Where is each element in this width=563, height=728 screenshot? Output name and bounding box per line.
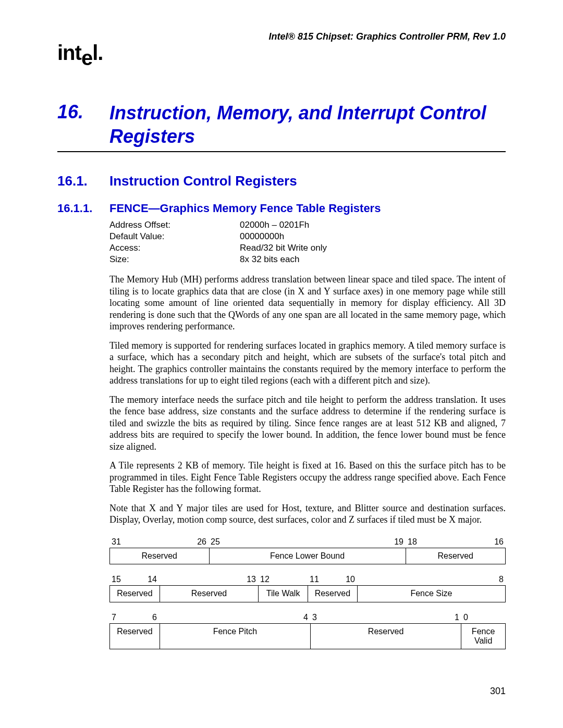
paragraph: The Memory Hub (MH) performs address tra… [109,274,506,332]
bitfield-cell: Reserved [110,548,209,564]
chapter-divider [57,151,506,152]
intel-logo: intel. [57,41,506,65]
bit-range: 2519 [209,536,406,548]
address-offset-value: 02000h – 0201Fh [240,219,309,231]
bit-range: 31 [310,612,461,623]
bit-range: 0 [461,612,506,623]
bitfield-fields-row: ReservedReservedTile WalkReservedFence S… [109,585,506,602]
bit-range: 1110 [308,574,357,585]
register-definition: Address Offset:02000h – 0201Fh Default V… [109,219,506,265]
address-offset-label: Address Offset: [109,219,240,231]
bitfield-cell: Fence Lower Bound [209,548,406,564]
bit-range: 76 [109,612,159,623]
size-value: 8x 32 bits each [240,254,299,265]
access-label: Access: [109,242,240,254]
bitfield-cell: Fence Valid [461,624,505,649]
access-value: Read/32 bit Write only [240,242,327,254]
bitfield-cell: Reserved [110,586,160,601]
paragraph: Tiled memory is supported for rendering … [109,340,506,387]
bitfield-diagram: 312625191816 ReservedFence Lower BoundRe… [109,536,506,650]
paragraph: Note that X and Y major tiles are used f… [109,502,506,526]
section-number: 16.1. [57,173,109,189]
size-label: Size: [109,254,240,265]
section-heading: 16.1. Instruction Control Registers [57,173,506,189]
paragraph: The memory interface needs the surface p… [109,394,506,453]
bitfield-cell: Reserved [308,586,357,601]
chapter-heading: 16. Instruction, Memory, and Interrupt C… [57,101,506,148]
header-doc-title: Intel® 815 Chipset: Graphics Controller … [57,31,506,42]
bitfield-cell: Reserved [310,624,461,649]
subsection-number: 16.1.1. [57,202,109,215]
bitfield-cell: Fence Size [357,586,505,601]
bitfield-bits-row: 1514131211108 [109,574,506,585]
bitfield-cell: Reserved [160,586,259,601]
bitfield-bits-row: 764310 [109,612,506,623]
bit-range: 4 [159,612,310,623]
default-value-label: Default Value: [109,231,240,242]
chapter-title: Instruction, Memory, and Interrupt Contr… [109,101,506,148]
chapter-number: 16. [57,101,109,123]
bit-range: 12 [258,574,308,585]
default-value-value: 00000000h [240,231,284,242]
bitfield-cell: Tile Walk [258,586,308,601]
bitfield-cell: Fence Pitch [160,624,310,649]
bitfield-bits-row: 312625191816 [109,536,506,548]
bit-range: 1514 [109,574,159,585]
subsection-heading: 16.1.1. FENCE—Graphics Memory Fence Tabl… [57,202,506,215]
page-number: 301 [490,686,506,697]
bitfield-fields-row: ReservedFence Lower BoundReserved [109,548,506,564]
bitfield-cell: Reserved [406,548,506,564]
subsection-title: FENCE—Graphics Memory Fence Table Regist… [109,202,381,215]
bitfield-cell: Reserved [110,624,160,649]
section-title: Instruction Control Registers [109,173,297,189]
bit-range: 13 [159,574,258,585]
bit-range: 8 [357,574,506,585]
bitfield-fields-row: ReservedFence PitchReservedFence Valid [109,623,506,650]
bit-range: 1816 [406,536,506,548]
bit-range: 3126 [109,536,209,548]
paragraph: A Tile represents 2 KB of memory. Tile h… [109,460,506,495]
